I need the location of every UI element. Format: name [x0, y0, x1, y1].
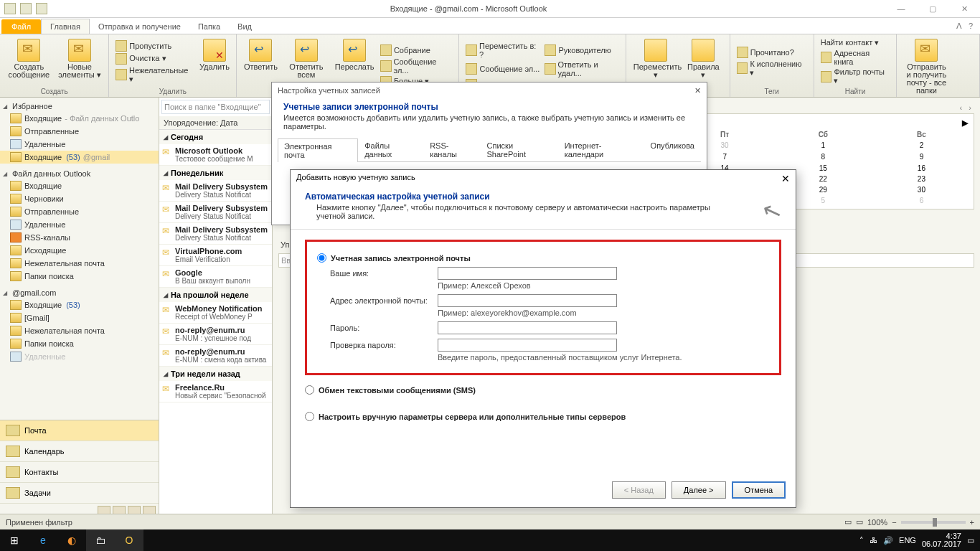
- dialog1-tab[interactable]: Электронная почта: [278, 138, 358, 162]
- message-item[interactable]: GoogleВ Ваш аккаунт выполн: [159, 266, 272, 288]
- cleanup-button[interactable]: Очистка ▾: [113, 52, 195, 65]
- tray-clock[interactable]: 4:3706.07.2017: [922, 532, 961, 548]
- new-message-button[interactable]: Создать сообщение: [4, 37, 54, 86]
- qat-save-icon[interactable]: [4, 3, 16, 14]
- cancel-button[interactable]: Отмена: [732, 481, 786, 499]
- folder-item[interactable]: Входящие (53) @gmail: [0, 151, 159, 164]
- message-item[interactable]: no-reply@enum.ruE-NUM : смена кода актив…: [159, 345, 272, 367]
- message-item[interactable]: Freelance.RuНовый сервис "Безопасной: [159, 381, 272, 402]
- message-item[interactable]: Microsoft OutlookТестовое сообщение M: [159, 144, 272, 166]
- gmail-header[interactable]: @gmail.com: [0, 287, 159, 298]
- nav-tasks-button[interactable]: Задачи: [0, 483, 159, 504]
- help-icon[interactable]: ?: [969, 22, 973, 30]
- folder-item[interactable]: Входящие - Файл данных Outlo: [0, 112, 159, 125]
- close-button[interactable]: ✕: [948, 0, 980, 18]
- qs-teammail[interactable]: Сообщение эл...: [463, 60, 542, 78]
- dialog1-close-button[interactable]: ✕: [694, 86, 701, 95]
- maximize-button[interactable]: ▢: [917, 0, 948, 18]
- minimize-button[interactable]: —: [885, 0, 917, 18]
- start-button[interactable]: ⊞: [0, 529, 29, 551]
- radio-sms[interactable]: [305, 385, 314, 395]
- find-contact-input[interactable]: Найти контакт ▾: [819, 37, 892, 48]
- collapse-ribbon-icon[interactable]: ᐱ ?: [949, 19, 980, 34]
- group-header[interactable]: Три недели назад: [159, 367, 272, 381]
- your-name-input[interactable]: [438, 267, 617, 280]
- dialog1-tab[interactable]: Файлы данных: [358, 138, 423, 161]
- folder-item[interactable]: Исходящие: [0, 244, 159, 257]
- tb-explorer-icon[interactable]: 🗀: [86, 529, 115, 551]
- folder-item[interactable]: Черновики: [0, 192, 159, 205]
- folder-item[interactable]: Папки поиска: [0, 337, 159, 350]
- junk-button[interactable]: Нежелательные ▾: [113, 65, 195, 85]
- message-item[interactable]: Mail Delivery SubsystemDelivery Status N…: [159, 180, 272, 202]
- radio-email-account[interactable]: [317, 253, 326, 263]
- nav-mail-button[interactable]: Почта: [0, 420, 159, 441]
- back-button[interactable]: < Назад: [612, 481, 666, 499]
- message-item[interactable]: Mail Delivery SubsystemDelivery Status N…: [159, 202, 272, 223]
- view-reading-icon[interactable]: ▭: [856, 517, 863, 527]
- sort-header[interactable]: Упорядочение: Дата: [159, 116, 272, 130]
- message-item[interactable]: no-reply@enum.ruE-NUM : успешное под: [159, 324, 272, 345]
- radio-manual[interactable]: [305, 412, 314, 421]
- tray-up-icon[interactable]: ˄: [859, 536, 864, 545]
- followup-button[interactable]: К исполнению ▾: [735, 59, 809, 78]
- meeting-button[interactable]: Собрание: [378, 44, 455, 57]
- favorites-header[interactable]: Избранное: [0, 100, 159, 112]
- tab-view[interactable]: Вид: [229, 19, 260, 34]
- unread-button[interactable]: Прочитано?: [735, 46, 809, 59]
- datafile-header[interactable]: Файл данных Outlook: [0, 168, 159, 179]
- zoom-out-button[interactable]: −: [892, 518, 896, 527]
- folder-item[interactable]: Входящие: [0, 179, 159, 192]
- tb-outlook-icon[interactable]: O: [115, 529, 143, 551]
- view-normal-icon[interactable]: ▭: [844, 517, 852, 527]
- folder-item[interactable]: Папки поиска: [0, 270, 159, 283]
- folder-item[interactable]: Входящие (53): [0, 298, 159, 311]
- tab-sendrecv[interactable]: Отправка и получение: [90, 19, 189, 34]
- folder-item[interactable]: RSS-каналы: [0, 231, 159, 244]
- dialog2-close-button[interactable]: ✕: [781, 173, 790, 184]
- folder-item[interactable]: Удаленные: [0, 350, 159, 363]
- tray-network-icon[interactable]: 🖧: [870, 536, 877, 545]
- zoom-slider[interactable]: [901, 521, 966, 524]
- tray-sound-icon[interactable]: 🔊: [883, 536, 893, 545]
- folder-item[interactable]: [Gmail]: [0, 311, 159, 324]
- nav-contacts-button[interactable]: Контакты: [0, 462, 159, 483]
- email-input[interactable]: [438, 294, 617, 307]
- tray-notifications-icon[interactable]: ▭: [967, 536, 974, 545]
- folder-item[interactable]: Удаленные: [0, 218, 159, 231]
- qs-replydel[interactable]: Ответить и удал...: [542, 60, 621, 78]
- qs-moveto[interactable]: Переместить в: ?: [463, 41, 542, 60]
- tab-folder[interactable]: Папка: [189, 19, 229, 34]
- group-header[interactable]: Понедельник: [159, 166, 272, 180]
- message-item[interactable]: Mail Delivery SubsystemDelivery Status N…: [159, 223, 272, 245]
- skip-button[interactable]: Пропустить: [113, 39, 195, 52]
- message-item[interactable]: VirtualPhone.comEmail Verification: [159, 245, 272, 266]
- search-input[interactable]: Поиск в папке "Входящие": [161, 100, 270, 114]
- dialog1-tab[interactable]: Списки SharePoint: [481, 138, 558, 161]
- password-input[interactable]: [438, 321, 617, 334]
- address-book-button[interactable]: Адресная книга: [819, 48, 892, 67]
- group-header[interactable]: Сегодня: [159, 130, 272, 144]
- zoom-in-button[interactable]: +: [970, 518, 974, 527]
- nav-calendar-button[interactable]: Календарь: [0, 441, 159, 462]
- folder-item[interactable]: Нежелательная почта: [0, 257, 159, 270]
- qat-undo-icon[interactable]: [20, 3, 32, 14]
- im-button[interactable]: Сообщение эл...: [378, 57, 455, 75]
- group-header[interactable]: На прошлой неделе: [159, 288, 272, 302]
- tab-home[interactable]: Главная: [41, 19, 90, 34]
- password-confirm-input[interactable]: [438, 339, 617, 352]
- tb-edge-icon[interactable]: e: [29, 529, 57, 551]
- dialog1-tab[interactable]: Опубликова: [644, 138, 701, 161]
- message-item[interactable]: WebMoney NotificationReceipt of WebMoney…: [159, 302, 272, 324]
- delete-button[interactable]: Удалить: [197, 37, 232, 86]
- next-month-icon[interactable]: ▶: [962, 118, 968, 128]
- folder-item[interactable]: Отправленные: [0, 205, 159, 218]
- folder-item[interactable]: Нежелательная почта: [0, 324, 159, 337]
- tb-app1-icon[interactable]: ◐: [57, 529, 86, 551]
- send-receive-button[interactable]: Отправить и получить почту - все папки: [901, 37, 951, 96]
- qs-manager[interactable]: Руководителю: [542, 41, 621, 60]
- dialog1-tab[interactable]: Интернет-календари: [558, 138, 644, 161]
- folder-item[interactable]: Удаленные: [0, 138, 159, 151]
- tab-file[interactable]: Файл: [1, 19, 41, 34]
- qat-redo-icon[interactable]: [36, 3, 47, 14]
